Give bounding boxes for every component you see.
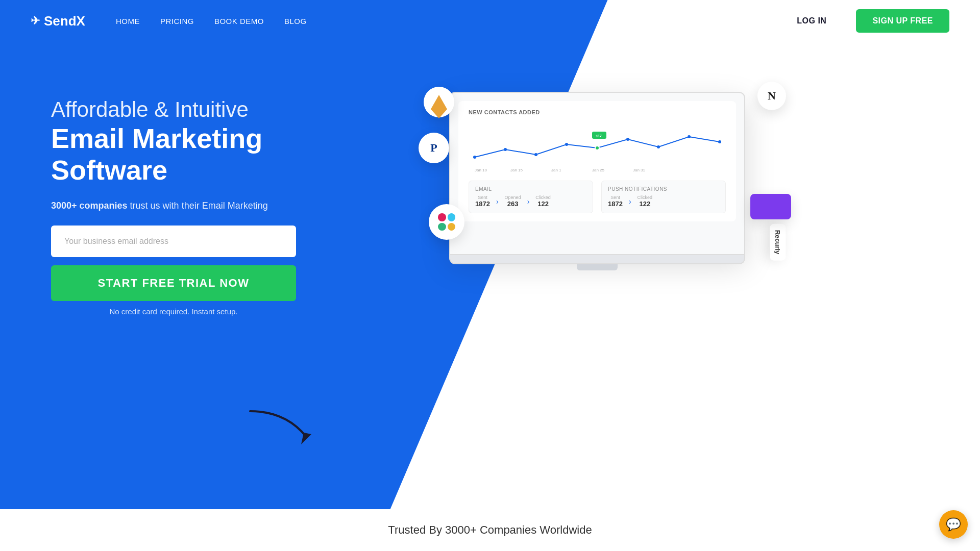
badge-purple-card [750, 194, 791, 219]
nav-left: ✈ SendX HOME PRICING BOOK DEMO BLOG [31, 13, 307, 29]
badge-slack [429, 204, 464, 240]
email-opened: Opened 263 [505, 195, 521, 208]
hero-trust: 3000+ companies trust us with their Emai… [51, 201, 368, 211]
svg-point-8 [718, 140, 721, 143]
arrow-svg [245, 406, 316, 447]
email-opened-value: 263 [505, 200, 521, 208]
arrow-icon: › [496, 197, 499, 206]
no-cc-text: No credit card required. Instant setup. [51, 307, 296, 316]
push-clicked: Clicked 122 [638, 195, 653, 208]
email-input-wrapper [51, 226, 296, 257]
nav-links: HOME PRICING BOOK DEMO BLOG [116, 17, 307, 26]
email-clicked-label: Clicked [535, 195, 551, 200]
navbar: ✈ SendX HOME PRICING BOOK DEMO BLOG LOG … [0, 0, 980, 42]
badge-paypal: P [419, 133, 449, 163]
nav-home[interactable]: HOME [116, 17, 140, 26]
push-sent-value: 1872 [608, 200, 623, 208]
svg-text:Jan 31: Jan 31 [633, 168, 646, 172]
trust-suffix: trust us with their Email Marketing [128, 201, 268, 211]
sketch-icon [431, 95, 447, 109]
notion-icon: N [768, 89, 776, 103]
trusted-bar: Trusted By 3000+ Companies Worldwide [0, 509, 980, 551]
email-sent-label: Sent [475, 195, 490, 200]
hero-subtitle: Affordable & Intuitive [51, 97, 368, 122]
email-stats-box: EMAIL Sent 1872 › Opened 263 [469, 181, 593, 213]
trusted-prefix: Trusted By 3000+ Companies [388, 523, 536, 536]
badge-sketch [424, 87, 454, 117]
chat-button[interactable]: 💬 [939, 510, 968, 539]
nav-pricing[interactable]: PRICING [160, 17, 194, 26]
badge-recurly: Recurly [770, 224, 786, 261]
logo-text: SendX [44, 13, 85, 29]
hero-content: Affordable & Intuitive Email Marketing S… [0, 0, 980, 346]
nav-book-demo[interactable]: BOOK DEMO [214, 17, 264, 26]
stats-row: EMAIL Sent 1872 › Opened 263 [469, 181, 726, 213]
push-sent-label: Sent [608, 195, 623, 200]
hero-title-line3: Software [51, 154, 368, 186]
push-stat-nums: Sent 1872 › Clicked 122 [608, 195, 719, 208]
email-stat-nums: Sent 1872 › Opened 263 › [475, 195, 586, 208]
chat-icon: 💬 [946, 517, 961, 532]
laptop-screen: NEW CONTACTS ADDED [449, 92, 745, 255]
hero-left: Affordable & Intuitive Email Marketing S… [51, 82, 368, 316]
start-trial-button[interactable]: START FREE TRIAL NOW [51, 265, 296, 301]
laptop-base [449, 255, 745, 264]
arrow-container [245, 406, 316, 449]
trust-companies: 3000+ companies [51, 201, 128, 211]
chart-svg: ↑37 Jan 10 Jan 15 Jan 1 Jan 25 Jan 31 [469, 121, 726, 172]
email-sent-value: 1872 [475, 200, 490, 208]
slack-icon [438, 213, 455, 231]
hero-section: ✈ SendX HOME PRICING BOOK DEMO BLOG LOG … [0, 0, 980, 551]
chart-area: ↑37 Jan 10 Jan 15 Jan 1 Jan 25 Jan 31 [469, 121, 726, 172]
svg-marker-16 [301, 433, 311, 444]
dashboard-container: P N NEW CONTACTS ADDED [449, 92, 745, 270]
trusted-suffix: Worldwide [536, 523, 592, 536]
badge-notion: N [757, 82, 786, 110]
svg-point-5 [626, 138, 629, 141]
push-clicked-value: 122 [638, 200, 653, 208]
svg-text:Jan 25: Jan 25 [592, 168, 605, 172]
push-clicked-label: Clicked [638, 195, 653, 200]
logo-icon: ✈ [31, 14, 40, 28]
svg-point-3 [565, 143, 568, 146]
nav-blog[interactable]: BLOG [284, 17, 307, 26]
arrow-icon-2: › [527, 197, 530, 206]
hero-title-line2: Email Marketing [51, 122, 368, 154]
email-input[interactable] [51, 226, 296, 257]
svg-point-4 [595, 146, 599, 150]
svg-point-0 [473, 156, 476, 159]
push-stats-title: PUSH NOTIFICATIONS [608, 186, 719, 192]
email-stats-title: EMAIL [475, 186, 586, 192]
nav-right: LOG IN SIGN UP FREE [775, 9, 949, 33]
email-opened-label: Opened [505, 195, 521, 200]
svg-point-7 [688, 135, 691, 138]
svg-point-6 [657, 145, 660, 148]
email-clicked: Clicked 122 [535, 195, 551, 208]
push-sent: Sent 1872 [608, 195, 623, 208]
push-stats-box: PUSH NOTIFICATIONS Sent 1872 › Clicked [601, 181, 726, 213]
hero-right: P N NEW CONTACTS ADDED [368, 82, 939, 270]
svg-text:Jan 1: Jan 1 [551, 168, 561, 172]
paypal-icon: P [430, 141, 437, 155]
dashboard-inner: NEW CONTACTS ADDED [458, 101, 736, 221]
signup-button[interactable]: SIGN UP FREE [856, 9, 949, 33]
login-button[interactable]: LOG IN [775, 9, 848, 33]
svg-text:↑37: ↑37 [595, 134, 602, 138]
svg-text:Jan 10: Jan 10 [475, 168, 487, 172]
svg-point-1 [504, 148, 507, 151]
push-arrow-icon: › [629, 197, 631, 206]
email-sent: Sent 1872 [475, 195, 490, 208]
laptop-stand [577, 264, 618, 270]
svg-point-2 [534, 153, 537, 156]
svg-text:Jan 15: Jan 15 [510, 168, 523, 172]
email-clicked-value: 122 [535, 200, 551, 208]
logo[interactable]: ✈ SendX [31, 13, 85, 29]
chart-title: NEW CONTACTS ADDED [469, 109, 726, 115]
